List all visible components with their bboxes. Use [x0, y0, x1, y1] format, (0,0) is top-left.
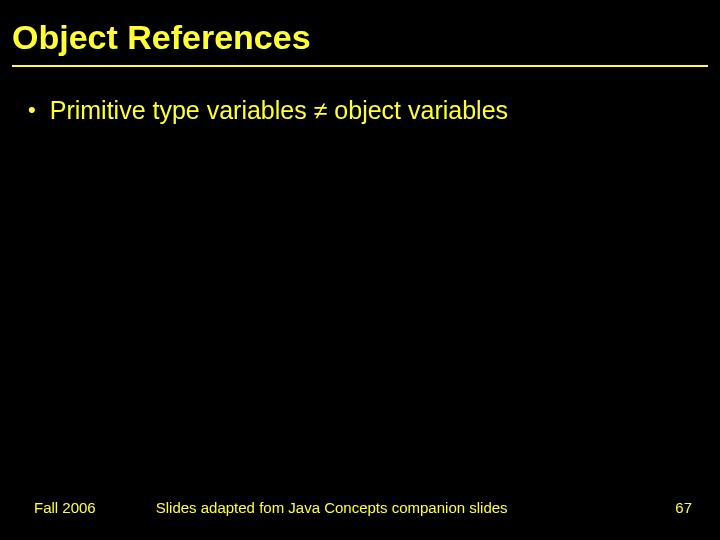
bullet-item: • Primitive type variables ≠ object vari… [28, 95, 720, 125]
slide-footer: Fall 2006 Slides adapted fom Java Concep… [0, 499, 720, 516]
slide: Object References • Primitive type varia… [0, 0, 720, 540]
footer-term: Fall 2006 [34, 499, 96, 516]
footer-page-number: 67 [675, 499, 692, 516]
bullet-text: Primitive type variables ≠ object variab… [50, 95, 508, 125]
slide-body: • Primitive type variables ≠ object vari… [0, 67, 720, 125]
bullet-icon: • [28, 95, 36, 125]
footer-attribution: Slides adapted fom Java Concepts compani… [96, 499, 676, 516]
slide-title: Object References [0, 0, 720, 65]
